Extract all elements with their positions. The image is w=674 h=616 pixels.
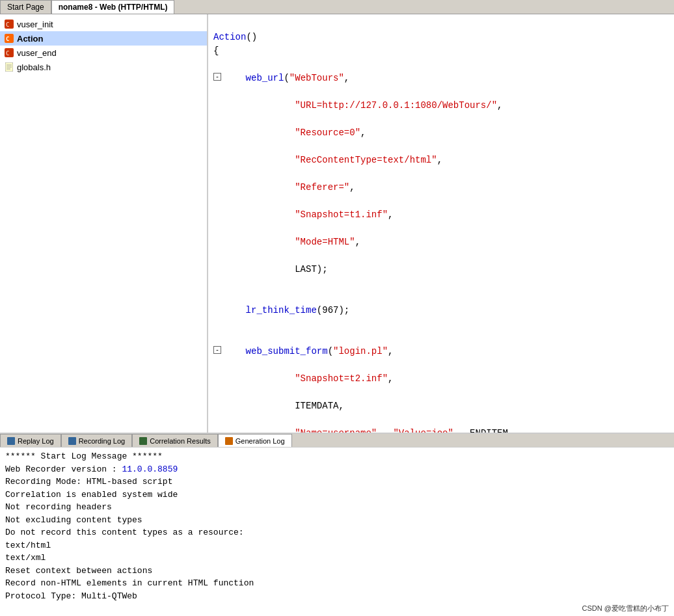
script-icon-action: C <box>4 33 14 44</box>
collapse-web-submit-login[interactable]: - <box>213 346 221 354</box>
sidebar-item-action[interactable]: C Action <box>0 31 207 46</box>
log-line-11: Record non-HTML elements in current HTML… <box>5 577 669 590</box>
script-icon-vuser-init: C <box>4 19 14 29</box>
log-line-9: text/xml <box>5 552 669 565</box>
correlation-label: Correlation Results <box>150 437 211 445</box>
sidebar-item-vuser-init[interactable]: C vuser_init <box>0 17 207 31</box>
replay-log-label: Replay Log <box>18 437 54 445</box>
generation-log-label: Generation Log <box>236 437 285 445</box>
log-line-3: Recording Mode: HTML-based script <box>5 475 669 489</box>
svg-text:C: C <box>6 21 9 28</box>
generation-log-icon <box>225 437 233 445</box>
file-icon-globals <box>4 62 14 72</box>
sidebar-label-globals: globals.h <box>17 62 51 72</box>
title-bar: Start Page noname8 - Web (HTTP/HTML) <box>0 0 674 14</box>
correlation-icon <box>139 437 147 445</box>
log-line-10: Reset context between actions <box>5 565 669 578</box>
script-icon-vuser-end: C <box>4 47 14 58</box>
collapse-web-url[interactable]: - <box>213 73 221 81</box>
recording-log-icon <box>68 437 76 445</box>
log-line-8: text/html <box>5 539 669 552</box>
tab-generation-log[interactable]: Generation Log <box>218 434 292 447</box>
replay-log-icon <box>7 437 15 445</box>
log-tabs: Replay Log Recording Log Correlation Res… <box>0 433 674 447</box>
log-line-7: Do not record this content types as a re… <box>5 526 669 539</box>
log-line-2: Web Recorder version : 11.0.0.8859 <box>5 463 669 476</box>
tab-start-page[interactable]: Start Page <box>0 0 51 14</box>
tab-noname8[interactable]: noname8 - Web (HTTP/HTML) <box>51 0 175 14</box>
sidebar: C vuser_init C Action C vuser_end <box>0 14 208 433</box>
recording-log-label: Recording Log <box>79 437 126 445</box>
code-area[interactable]: Action() { - web_url("WebTours", "URL=ht… <box>208 14 674 433</box>
log-output: ****** Start Log Message ****** Web Reco… <box>0 447 674 616</box>
log-line-5: Not recording headers <box>5 501 669 514</box>
main-area: C vuser_init C Action C vuser_end <box>0 14 674 433</box>
sidebar-label-vuser-end: vuser_end <box>17 48 57 58</box>
tab-replay-log[interactable]: Replay Log <box>0 434 61 447</box>
sidebar-label-action: Action <box>17 34 43 44</box>
sidebar-label-vuser-init: vuser_init <box>17 20 53 29</box>
version-highlight: 11.0.0.8859 <box>122 464 178 474</box>
sidebar-item-vuser-end[interactable]: C vuser_end <box>0 46 207 60</box>
code-content: Action() { - web_url("WebTours", "URL=ht… <box>208 14 674 433</box>
log-line-6: Not excluding content types <box>5 514 669 527</box>
log-line-1: ****** Start Log Message ****** <box>5 450 669 463</box>
sidebar-item-globals[interactable]: globals.h <box>0 60 207 74</box>
tab-recording-log[interactable]: Recording Log <box>61 434 133 447</box>
log-line-4: Correlation is enabled system wide <box>5 489 669 502</box>
watermark: CSDN @爱吃雪糕的小布丁 <box>582 603 669 614</box>
log-line-12: Protocol Type: Multi-QTWeb <box>5 590 669 603</box>
svg-text:C: C <box>6 36 9 42</box>
svg-text:C: C <box>6 50 9 57</box>
tab-correlation-results[interactable]: Correlation Results <box>132 434 218 447</box>
